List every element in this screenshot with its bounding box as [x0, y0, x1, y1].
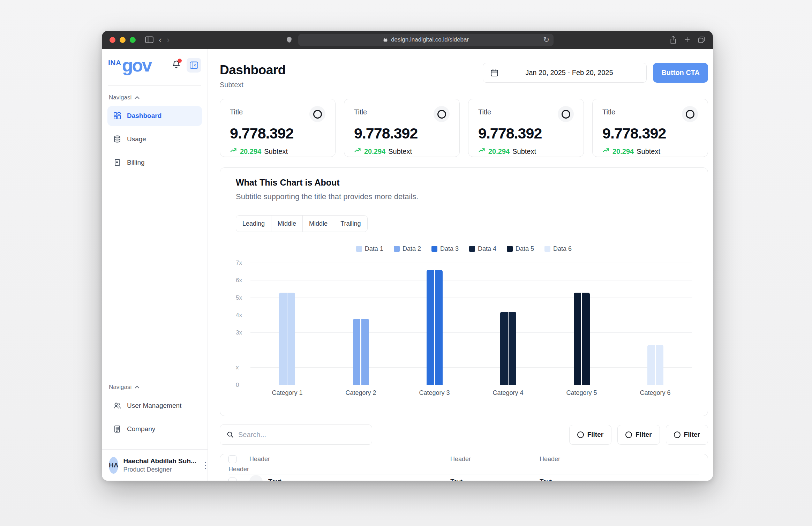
table-cell-main: Text: [249, 475, 445, 481]
avatar: HA: [109, 457, 118, 474]
table-row[interactable]: TextTextTextRp300.000,00: [228, 474, 699, 481]
gridline: [250, 315, 692, 315]
window-controls: [110, 37, 136, 43]
maximize-window-button[interactable]: [130, 37, 136, 43]
bar-category-1[interactable]: [279, 293, 295, 385]
receipt-icon: [113, 158, 121, 167]
tab-overview-icon[interactable]: [698, 36, 705, 44]
tab-middle-2[interactable]: Middle: [303, 216, 334, 232]
stat-card-trend: 20.294Subtext: [230, 147, 325, 156]
dashboard-grid-icon: [113, 112, 121, 120]
user-profile[interactable]: HA Haechal Abdillah Suh... Product Desig…: [102, 449, 208, 481]
circle-glyph: [313, 110, 322, 119]
y-axis-tick: x: [236, 364, 247, 371]
legend-item: Data 3: [431, 245, 459, 253]
legend-label: Data 3: [440, 245, 459, 253]
stat-delta: 20.294: [488, 148, 510, 156]
chart-subtitle: Subtitle supporting the title that provi…: [236, 192, 692, 201]
tab-middle-1[interactable]: Middle: [271, 216, 303, 232]
x-axis-label: Category 2: [345, 389, 376, 397]
stat-subtext: Subtext: [637, 148, 660, 156]
logo-ina-text: INA: [108, 59, 121, 67]
minimize-window-button[interactable]: [120, 37, 126, 43]
share-icon[interactable]: [670, 36, 677, 44]
row-avatar: [249, 475, 263, 481]
stat-subtext: Subtext: [388, 148, 412, 156]
stat-card-title: Title: [354, 108, 367, 116]
address-bar[interactable]: design.inadigital.co.id/sidebar ↻: [298, 34, 554, 46]
sidebar-item-company[interactable]: Company: [107, 419, 202, 439]
legend-label: Data 5: [516, 245, 534, 253]
cell-text: Text: [268, 478, 281, 481]
stat-subtext: Subtext: [512, 148, 536, 156]
tab-leading-0[interactable]: Leading: [236, 216, 271, 232]
filter-label: Filter: [587, 431, 603, 438]
gridline: [250, 350, 692, 350]
sidebar-item-user-management[interactable]: User Management: [107, 396, 202, 415]
data-table: HeaderHeaderHeaderHeader TextTextTextRp3…: [220, 454, 708, 481]
table-header-1: Header: [249, 456, 445, 463]
x-axis-label: Category 5: [566, 389, 597, 397]
circle-glyph: [686, 110, 694, 119]
tab-trailing-3[interactable]: Trailing: [334, 216, 367, 232]
url-text: design.inadigital.co.id/sidebar: [391, 36, 469, 43]
browser-window: ‹ › design.inadigital.co.id/sidebar ↻: [102, 31, 713, 481]
close-window-button[interactable]: [110, 37, 115, 43]
select-all-checkbox[interactable]: [228, 455, 236, 463]
date-range-picker[interactable]: Jan 20, 2025 - Feb 20, 2025: [483, 63, 647, 83]
stat-delta: 20.294: [240, 148, 261, 156]
bar-category-3[interactable]: [427, 270, 443, 385]
bar-category-2[interactable]: [353, 319, 369, 385]
new-tab-icon[interactable]: [684, 36, 691, 43]
nav-section-label[interactable]: Navigasi: [109, 94, 201, 101]
filter-label: Filter: [636, 431, 652, 438]
notification-dot: [178, 59, 182, 63]
x-axis-label: Category 6: [640, 389, 670, 397]
notifications-bell-icon[interactable]: [172, 60, 181, 71]
sidebar-item-label: Usage: [127, 135, 146, 143]
row-checkbox[interactable]: [228, 478, 236, 481]
circle-placeholder-icon: [309, 106, 325, 122]
page-title: Dashboard: [220, 63, 286, 77]
calendar-icon: [490, 68, 499, 77]
chevron-up-icon: [134, 94, 140, 101]
page-subtitle: Subtext: [220, 81, 286, 89]
sidebar-collapse-button[interactable]: [187, 58, 201, 73]
shield-icon[interactable]: [286, 36, 293, 44]
search-box[interactable]: [220, 424, 372, 445]
bar-category-6[interactable]: [647, 345, 663, 385]
bar-category-5[interactable]: [574, 293, 590, 385]
trend-up-icon: [478, 147, 486, 156]
nav-section-title: Navigasi: [109, 384, 131, 391]
filter-button-1[interactable]: Filter: [569, 425, 611, 445]
stat-card-title: Title: [230, 108, 243, 116]
sidebar-item-label: Billing: [127, 159, 145, 166]
sidebar-item-label: Company: [127, 425, 155, 433]
sidebar-item-usage[interactable]: Usage: [107, 129, 202, 149]
back-icon[interactable]: ‹: [159, 35, 162, 44]
y-axis-tick: 6x: [236, 277, 247, 284]
table-header-2: Header: [450, 456, 534, 463]
reload-icon[interactable]: ↻: [543, 36, 550, 44]
bar-category-4[interactable]: [500, 312, 516, 385]
sidebar-item-billing[interactable]: Billing: [107, 153, 202, 173]
filter-button-3[interactable]: Filter: [666, 425, 708, 445]
circle-glyph: [437, 110, 446, 119]
nav-section-label[interactable]: Navigasi: [109, 384, 201, 391]
trend-up-icon: [230, 147, 237, 156]
table-header-4: Header: [228, 466, 244, 473]
legend-swatch: [394, 246, 400, 252]
filter-button-2[interactable]: Filter: [617, 425, 660, 445]
stat-card-value: 9.778.392: [230, 125, 325, 142]
cta-button[interactable]: Button CTA: [653, 63, 708, 83]
forward-icon[interactable]: ›: [167, 35, 170, 44]
stat-card-value: 9.778.392: [602, 125, 698, 142]
search-input[interactable]: [238, 431, 366, 439]
profile-role: Product Designer: [123, 466, 196, 473]
circle-placeholder-icon: [434, 106, 450, 122]
x-axis-label: Category 3: [419, 389, 450, 397]
y-axis-tick: 5x: [236, 294, 247, 301]
sidebar-item-dashboard[interactable]: Dashboard: [107, 106, 202, 126]
browser-sidebar-toggle-icon[interactable]: [145, 36, 154, 44]
gridline: [250, 385, 692, 385]
